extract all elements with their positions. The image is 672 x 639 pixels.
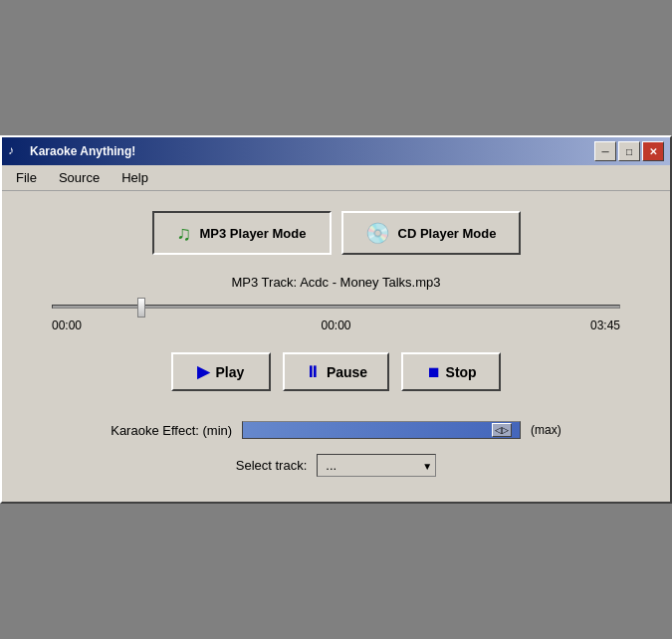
- cd-mode-button[interactable]: 💿 CD Player Mode: [341, 211, 521, 255]
- main-window: ♪ Karaoke Anything! ─ □ ✕ File Source He…: [0, 135, 672, 504]
- title-bar: ♪ Karaoke Anything! ─ □ ✕: [2, 137, 670, 165]
- karaoke-slider-thumb[interactable]: ◁▷: [492, 423, 512, 437]
- karaoke-slider[interactable]: ◁▷: [242, 421, 521, 439]
- menu-help[interactable]: Help: [115, 168, 154, 187]
- menu-file[interactable]: File: [10, 168, 43, 187]
- pause-label: Pause: [327, 364, 367, 380]
- stop-icon: ⏹: [426, 364, 440, 380]
- menu-source[interactable]: Source: [53, 168, 106, 187]
- time-start: 00:00: [52, 319, 82, 332]
- karaoke-section: Karaoke Effect: (min) ◁▷ (max): [32, 421, 640, 439]
- mode-buttons: ♫ MP3 Player Mode 💿 CD Player Mode: [32, 211, 640, 255]
- time-current: 00:00: [321, 319, 350, 332]
- close-button[interactable]: ✕: [642, 141, 664, 161]
- time-labels: 00:00 00:00 03:45: [52, 319, 620, 332]
- minimize-button[interactable]: ─: [594, 141, 616, 161]
- music-note-icon: ♫: [177, 222, 192, 245]
- select-track-section: Select track: ... Track 1 Track 2 Track …: [32, 454, 640, 477]
- seek-bar-container: [52, 305, 620, 309]
- stop-button[interactable]: ⏹ Stop: [401, 352, 501, 391]
- mp3-mode-button[interactable]: ♫ MP3 Player Mode: [152, 211, 332, 255]
- mp3-mode-label: MP3 Player Mode: [200, 226, 307, 241]
- main-content: ♫ MP3 Player Mode 💿 CD Player Mode MP3 T…: [2, 191, 670, 502]
- maximize-button[interactable]: □: [618, 141, 640, 161]
- play-button[interactable]: ▶ Play: [171, 352, 271, 391]
- menu-bar: File Source Help: [2, 165, 670, 191]
- select-track-label: Select track:: [236, 458, 308, 473]
- track-info: MP3 Track: Acdc - Money Talks.mp3: [32, 275, 640, 290]
- select-wrapper: ... Track 1 Track 2 Track 3 ▼: [317, 454, 436, 477]
- play-label: Play: [215, 364, 244, 380]
- track-select[interactable]: ... Track 1 Track 2 Track 3: [317, 454, 436, 477]
- cd-mode-label: CD Player Mode: [398, 226, 497, 241]
- window-title: Karaoke Anything!: [30, 144, 135, 158]
- karaoke-label: Karaoke Effect: (min): [111, 423, 232, 438]
- playback-buttons: ▶ Play ⏸ Pause ⏹ Stop: [32, 352, 640, 391]
- title-bar-left: ♪ Karaoke Anything!: [8, 143, 135, 159]
- title-controls: ─ □ ✕: [594, 141, 664, 161]
- play-icon: ▶: [197, 362, 209, 381]
- app-icon: ♪: [8, 143, 24, 159]
- pause-button[interactable]: ⏸ Pause: [283, 352, 389, 391]
- track-label: MP3 Track: Acdc - Money Talks.mp3: [232, 275, 441, 290]
- stop-label: Stop: [446, 364, 477, 380]
- time-total: 03:45: [590, 319, 620, 332]
- seek-bar-thumb[interactable]: [137, 298, 145, 318]
- seek-bar-track[interactable]: [52, 305, 620, 309]
- pause-icon: ⏸: [305, 363, 321, 381]
- karaoke-max-label: (max): [531, 423, 561, 437]
- cd-icon: 💿: [365, 221, 390, 245]
